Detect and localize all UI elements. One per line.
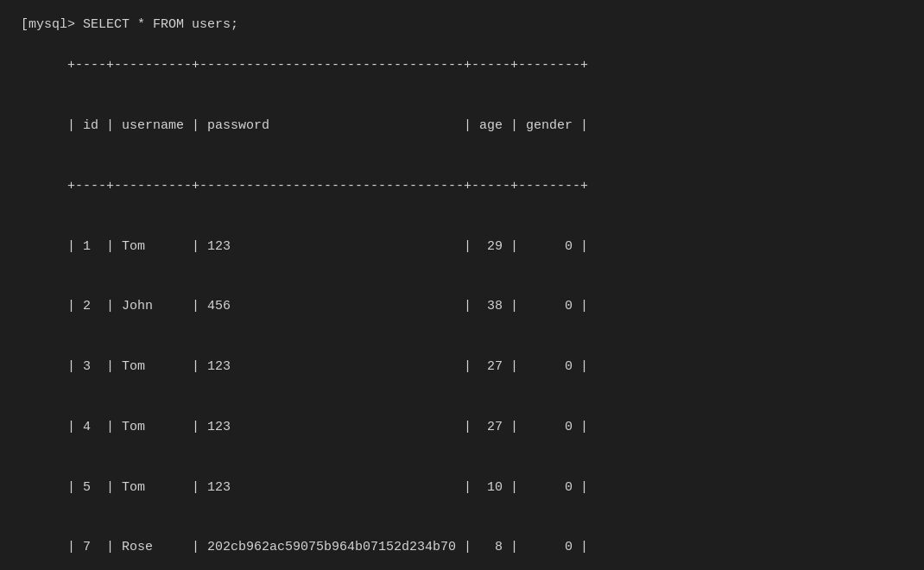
table-1-header: | id | username | password | age | gende…	[67, 118, 588, 133]
table-1-sep-mid: +----+----------+-----------------------…	[67, 179, 588, 193]
table-1-sep-top: +----+----------+-----------------------…	[67, 58, 588, 73]
table-1-row-3: | 4 | Tom | 123 | 27 | 0 |	[67, 420, 588, 434]
table-1-row-5: | 7 | Rose | 202cb962ac59075b964b07152d2…	[67, 540, 588, 554]
table-1: +----+----------+-----------------------…	[21, 35, 903, 570]
table-1-row-1: | 2 | John | 456 | 38 | 0 |	[67, 299, 588, 314]
table-1-row-4: | 5 | Tom | 123 | 10 | 0 |	[67, 480, 588, 495]
terminal-window: [mysql> SELECT * FROM users; +----+-----…	[21, 17, 903, 570]
table-1-row-0: | 1 | Tom | 123 | 29 | 0 |	[67, 239, 588, 254]
prompt-1: [mysql> SELECT * FROM users;	[21, 17, 903, 32]
query-block-1: [mysql> SELECT * FROM users; +----+-----…	[21, 17, 903, 570]
table-1-row-2: | 3 | Tom | 123 | 27 | 0 |	[67, 359, 588, 374]
